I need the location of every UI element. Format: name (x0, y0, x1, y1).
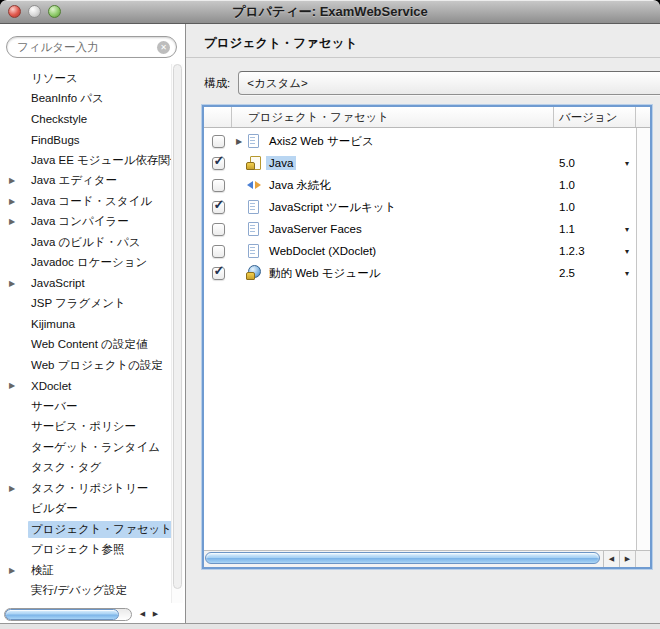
sidebar-item[interactable]: ▶Java コード・スタイル (0, 191, 185, 212)
zoom-button[interactable] (48, 5, 61, 18)
sidebar-item[interactable]: ▶ターゲット・ランタイム (0, 437, 185, 458)
sidebar-horizontal-scrollbar: ◀ ▶ (0, 605, 185, 623)
sidebar-item-label: Kijimuna (28, 317, 78, 331)
sidebar-item[interactable]: ▶Java エディター (0, 171, 185, 192)
facet-checkbox[interactable]: ✓ (212, 223, 225, 236)
facet-checkbox[interactable]: ✓ (212, 135, 225, 148)
version-menu-icon[interactable]: ▾ (625, 225, 629, 234)
sidebar-item[interactable]: ▶サービス・ポリシー (0, 417, 185, 438)
scroll-left-icon[interactable]: ◀ (136, 608, 149, 621)
sidebar-item[interactable]: ▶Java EE モジュール依存関係 (0, 150, 185, 171)
sidebar-item-label: リソース (28, 70, 81, 87)
expander-icon[interactable]: ▶ (232, 137, 246, 146)
scrollbar-thumb[interactable] (5, 609, 119, 620)
window-bottom-edge (0, 623, 660, 629)
sidebar-item-label: ビルダー (28, 500, 81, 517)
sidebar-item-label: Javadoc ロケーション (28, 254, 150, 271)
expander-icon[interactable]: ▶ (9, 381, 15, 390)
sidebar-item[interactable]: ▶Checkstyle (0, 109, 185, 130)
sidebar-item-label: Checkstyle (28, 112, 90, 126)
sidebar-item[interactable]: ▶Javadoc ロケーション (0, 253, 185, 274)
sidebar-item[interactable]: ▶サーバー (0, 396, 185, 417)
table-row[interactable]: ✓ ▶Java 5.0▾ (204, 152, 636, 174)
sidebar-item-label: タスク・リポジトリー (28, 480, 151, 497)
sidebar-item-project-facets[interactable]: ▶プロジェクト・ファセット (0, 519, 185, 540)
sidebar-item-label: JSP フラグメント (28, 295, 129, 312)
minimize-button[interactable] (28, 5, 41, 18)
title-bar[interactable]: プロパティー: ExamWebService (0, 1, 660, 24)
sidebar-item[interactable]: ▶リソース (0, 68, 185, 89)
table-row[interactable]: ✓ ▶JavaScript ツールキット 1.0▾ (204, 196, 636, 218)
expander-icon[interactable]: ▶ (9, 197, 15, 206)
table-rows: ✓ ▶Axis2 Web サービス ▾ ✓ ▶Java 5.0▾ ✓ ▶Java… (204, 128, 636, 550)
sidebar-item[interactable]: ▶Kijimuna (0, 314, 185, 335)
sidebar-item[interactable]: ▶BeanInfo パス (0, 89, 185, 110)
facet-label: JavaServer Faces (266, 222, 365, 236)
scroll-left-icon[interactable]: ◀ (603, 551, 619, 567)
facet-version: 2.5 (559, 267, 575, 279)
scroll-right-icon[interactable]: ▶ (149, 608, 162, 621)
sidebar-vertical-scrollbar[interactable] (171, 64, 183, 603)
sidebar-item[interactable]: ▶ビルダー (0, 499, 185, 520)
sidebar-item[interactable]: ▶XDoclet (0, 376, 185, 397)
table-row[interactable]: ✓ ▶JavaServer Faces 1.1▾ (204, 218, 636, 240)
facet-checkbox[interactable]: ✓ (212, 179, 225, 192)
facet-label: WebDoclet (XDoclet) (266, 244, 379, 258)
sidebar-item[interactable]: ▶Java のビルド・パス (0, 232, 185, 253)
expander-icon[interactable]: ▶ (9, 279, 15, 288)
expander-icon[interactable]: ▶ (9, 484, 15, 493)
sidebar-item[interactable]: ▶実行/デバッグ設定 (0, 581, 185, 602)
clear-filter-icon[interactable]: ✕ (157, 41, 170, 54)
title-separator (186, 57, 660, 58)
sidebar-item[interactable]: ▶Java コンパイラー (0, 212, 185, 233)
check-icon: ✓ (214, 153, 225, 168)
facet-checkbox[interactable]: ✓ (212, 267, 225, 280)
sidebar-item[interactable]: ▶JSP フラグメント (0, 294, 185, 315)
sidebar-item-label: Java EE モジュール依存関係 (28, 152, 185, 169)
jpa-arrows-icon (246, 177, 262, 193)
sidebar-item[interactable]: ▶タスク・タグ (0, 458, 185, 479)
facet-checkbox[interactable]: ✓ (212, 245, 225, 258)
facet-label: Axis2 Web サービス (266, 133, 377, 150)
scrollbar-thumb[interactable] (205, 552, 600, 564)
scrollbar-track[interactable] (204, 551, 603, 567)
version-menu-icon[interactable]: ▾ (625, 269, 629, 278)
scrollbar-track[interactable] (4, 608, 132, 621)
table-row[interactable]: ✓ ▶Java 永続化 1.0▾ (204, 174, 636, 196)
table-row[interactable]: ✓ ▶動的 Web モジュール 2.5▾ (204, 262, 636, 284)
sidebar-item-label: JavaScript (28, 276, 88, 290)
sidebar-item[interactable]: ▶タスク・リポジトリー (0, 478, 185, 499)
table-horizontal-scrollbar: ◀ ▶ (204, 550, 650, 567)
expander-icon[interactable]: ▶ (9, 566, 15, 575)
sidebar-item[interactable]: ▶Web Content の設定値 (0, 335, 185, 356)
scrollbar-column-header (636, 107, 650, 127)
configuration-combo[interactable]: <カスタム> (238, 71, 660, 95)
sidebar-item[interactable]: ▶JavaScript (0, 273, 185, 294)
expander-icon[interactable]: ▶ (9, 176, 15, 185)
table-row[interactable]: ✓ ▶Axis2 Web サービス ▾ (204, 130, 636, 152)
facet-label: Java (266, 156, 296, 170)
sidebar-item[interactable]: ▶FindBugs (0, 130, 185, 151)
configuration-row: 構成: <カスタム> (204, 71, 660, 95)
sidebar-item-label: Java のビルド・パス (28, 234, 144, 251)
web-module-globe-lock-icon (246, 265, 262, 281)
sidebar-item[interactable]: ▶検証 (0, 560, 185, 581)
facet-column-header: プロジェクト・ファセット (232, 107, 554, 127)
facet-checkbox[interactable]: ✓ (212, 157, 225, 170)
version-menu-icon[interactable]: ▾ (625, 159, 629, 168)
close-button[interactable] (8, 5, 21, 18)
table-vertical-scrollbar[interactable] (636, 128, 650, 550)
table-row[interactable]: ✓ ▶WebDoclet (XDoclet) 1.2.3▾ (204, 240, 636, 262)
facet-label: Java 永続化 (266, 177, 334, 194)
expander-icon[interactable]: ▶ (9, 217, 15, 226)
sidebar-item[interactable]: ▶Web プロジェクトの設定 (0, 355, 185, 376)
facet-version: 1.0 (559, 201, 575, 213)
scroll-right-icon[interactable]: ▶ (619, 551, 635, 567)
sidebar-item[interactable]: ▶プロジェクト参照 (0, 540, 185, 561)
filter-input[interactable] (6, 36, 177, 58)
version-menu-icon[interactable]: ▾ (625, 247, 629, 256)
check-icon: ✓ (214, 197, 225, 212)
facet-checkbox[interactable]: ✓ (212, 201, 225, 214)
scrollbar-thumb[interactable] (173, 64, 182, 589)
check-icon: ✓ (214, 263, 225, 278)
